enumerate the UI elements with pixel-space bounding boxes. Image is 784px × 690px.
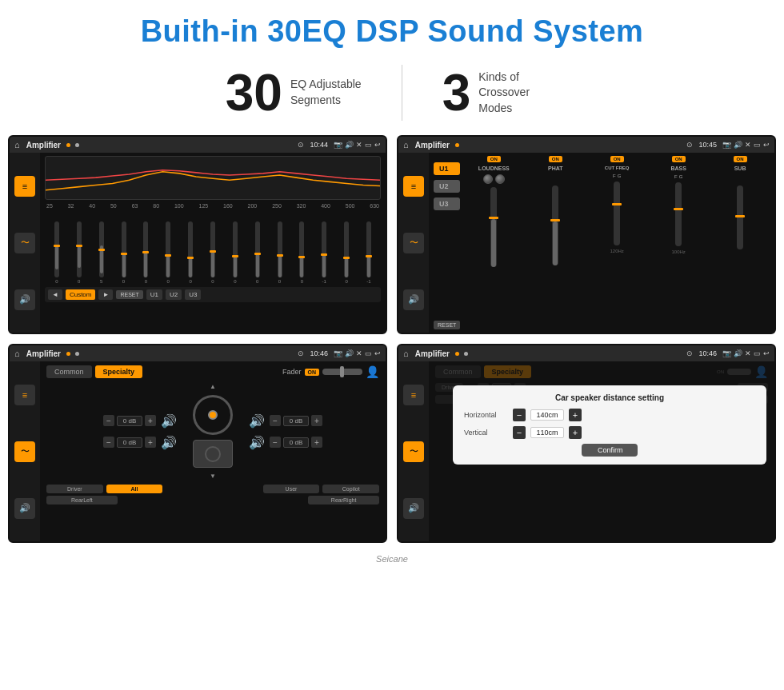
steering-center-dot [208, 410, 218, 420]
eq-slider-10[interactable]: 0 [247, 221, 268, 284]
s2-u1-btn[interactable]: U1 [434, 162, 460, 175]
back-icon2[interactable]: ↩ [763, 141, 770, 149]
s2-wave-icon[interactable]: 〜 [403, 233, 424, 253]
eq-slider-6[interactable]: 0 [158, 221, 178, 284]
home-icon[interactable]: ⌂ [14, 140, 20, 150]
eq-reset-btn[interactable]: RESET [116, 290, 142, 299]
minimize-icon[interactable]: ▭ [365, 141, 372, 149]
s2-u2-btn[interactable]: U2 [434, 180, 460, 193]
screen1-sidebar: ≡ 〜 🔊 [10, 153, 40, 333]
back-icon[interactable]: ↩ [374, 141, 381, 149]
close-icon[interactable]: ✕ [356, 141, 362, 149]
rr-minus-btn[interactable]: − [270, 437, 281, 448]
user-btn[interactable]: User [263, 485, 320, 493]
eq-custom-btn[interactable]: Custom [66, 289, 96, 300]
eq-u1-btn[interactable]: U1 [146, 289, 162, 300]
horizontal-minus-btn[interactable]: − [513, 409, 526, 421]
s3-wave-icon[interactable]: 〜 [14, 441, 35, 462]
s2-loudness-slider[interactable] [490, 187, 497, 267]
speaker-right-col: 🔊 − 0 dB + 🔊 − 0 dB + [249, 413, 322, 450]
steering-wheel[interactable] [193, 395, 233, 435]
sidebar-wave-icon[interactable]: 〜 [14, 233, 35, 253]
fr-minus-btn[interactable]: − [270, 415, 281, 426]
fr-plus-btn[interactable]: + [311, 415, 322, 426]
eq-play-btn[interactable]: ► [98, 289, 113, 300]
eq-slider-15[interactable]: -1 [358, 221, 379, 284]
status-dot5 [66, 352, 70, 356]
eq-slider-14[interactable]: 0 [336, 221, 357, 284]
s4-tab-specialty[interactable]: Specialty [484, 365, 532, 378]
s2-channel-bass: ON BASS FG 100Hz [649, 156, 708, 329]
s2-phat-on[interactable]: ON [549, 156, 562, 162]
fader-on-btn[interactable]: ON [305, 369, 320, 376]
s2-eq-icon[interactable]: ≡ [403, 176, 424, 197]
fl-minus-btn[interactable]: − [103, 415, 114, 426]
eq-u3-btn[interactable]: U3 [185, 289, 201, 300]
eq-slider-11[interactable]: 0 [270, 221, 290, 284]
rearleft-btn[interactable]: RearLeft [46, 496, 118, 505]
eq-slider-12[interactable]: 0 [291, 221, 312, 284]
s4-tab-common[interactable]: Common [435, 365, 481, 378]
minimize-icon4[interactable]: ▭ [754, 349, 761, 357]
s2-bass-on[interactable]: ON [672, 156, 686, 162]
s2-loudness-on[interactable]: ON [487, 156, 501, 162]
s4-vol-icon[interactable]: 🔊 [403, 498, 424, 519]
fl-plus-btn[interactable]: + [145, 415, 156, 426]
close-icon3[interactable]: ✕ [356, 349, 362, 357]
fader-bar[interactable] [322, 369, 362, 375]
rr-plus-btn[interactable]: + [311, 437, 322, 448]
eq-slider-1[interactable]: 0 [46, 221, 67, 284]
home-icon4[interactable]: ⌂ [403, 349, 409, 358]
eq-slider-5[interactable]: 0 [135, 221, 156, 284]
minimize-icon2[interactable]: ▭ [754, 141, 761, 149]
vertical-plus-btn[interactable]: + [569, 426, 582, 439]
status-dot7 [455, 352, 459, 356]
eq-slider-4[interactable]: 0 [114, 221, 134, 284]
eq-slider-13[interactable]: -1 [314, 221, 334, 284]
rl-plus-btn[interactable]: + [145, 437, 156, 448]
s2-bass-slider[interactable] [675, 182, 682, 246]
s2-loudness-knob1[interactable] [483, 174, 493, 184]
minimize-icon3[interactable]: ▭ [365, 349, 372, 357]
fr-db-value: 0 dB [283, 416, 309, 426]
sidebar-vol-icon[interactable]: 🔊 [14, 289, 35, 310]
s4-wave-icon[interactable]: 〜 [403, 441, 424, 462]
copilot-btn[interactable]: Copilot [322, 485, 379, 493]
eq-u2-btn[interactable]: U2 [166, 289, 182, 300]
s2-u3-btn[interactable]: U3 [434, 197, 460, 210]
tab-common[interactable]: Common [46, 365, 92, 378]
eq-slider-8[interactable]: 0 [202, 221, 223, 284]
s4-eq-icon[interactable]: ≡ [403, 385, 424, 405]
s2-phat-slider[interactable] [552, 185, 558, 265]
s2-sub-slider[interactable] [737, 185, 743, 249]
back-icon3[interactable]: ↩ [374, 349, 381, 357]
rearright-btn[interactable]: RearRight [308, 496, 379, 505]
back-icon4[interactable]: ↩ [763, 349, 770, 357]
s3-vol-icon[interactable]: 🔊 [14, 498, 35, 519]
eq-slider-3[interactable]: 5 [91, 221, 112, 284]
sidebar-eq-icon[interactable]: ≡ [14, 176, 35, 197]
eq-slider-2[interactable]: 0 [69, 221, 90, 284]
eq-back-btn[interactable]: ◄ [48, 289, 62, 300]
confirm-btn[interactable]: Confirm [582, 444, 638, 457]
home-icon2[interactable]: ⌂ [403, 140, 409, 150]
home-icon3[interactable]: ⌂ [14, 349, 20, 358]
rl-minus-btn[interactable]: − [103, 437, 114, 448]
horizontal-plus-btn[interactable]: + [569, 409, 582, 421]
eq-slider-7[interactable]: 0 [180, 221, 201, 284]
tab-specialty[interactable]: Specialty [95, 365, 143, 378]
s3-eq-icon[interactable]: ≡ [14, 385, 35, 405]
all-btn[interactable]: All [106, 485, 163, 493]
close-icon2[interactable]: ✕ [745, 141, 751, 149]
vertical-minus-btn[interactable]: − [513, 426, 526, 439]
s2-loudness-knob2[interactable] [495, 174, 505, 184]
s2-sub-on[interactable]: ON [734, 156, 747, 162]
s2-cutfreq-on[interactable]: ON [610, 156, 624, 162]
s2-reset-btn[interactable]: RESET [434, 321, 460, 329]
volume-icon2: 🔊 [734, 141, 742, 149]
s2-cutfreq-slider1[interactable] [614, 181, 620, 245]
close-icon4[interactable]: ✕ [745, 349, 751, 357]
eq-slider-9[interactable]: 0 [225, 221, 246, 284]
driver-btn[interactable]: Driver [46, 485, 103, 493]
s2-vol-icon[interactable]: 🔊 [403, 289, 424, 310]
